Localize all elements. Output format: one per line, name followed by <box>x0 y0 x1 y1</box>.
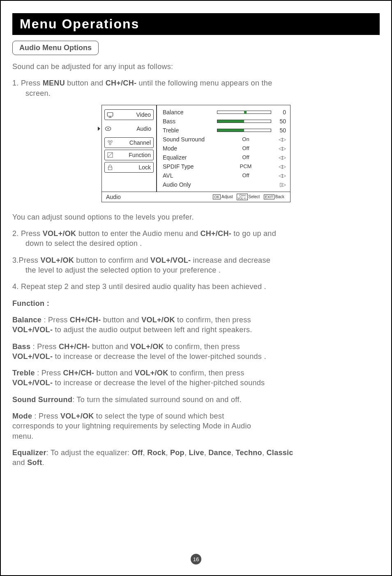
text-bold: VOL+/OK <box>40 256 74 264</box>
hint-ok: OK <box>213 194 221 199</box>
svg-point-4 <box>111 141 113 143</box>
osd-tab-video: Video <box>104 109 154 120</box>
text-bold: CH+/CH- <box>63 369 95 377</box>
osd-row-name: Equalizer <box>163 154 217 161</box>
function-heading: Function : <box>12 298 380 308</box>
func-bass: Bass : Press CH+/CH- button and VOL+/OK … <box>12 342 380 352</box>
step-3-line2: the level to adjust the selected option … <box>12 265 380 275</box>
hint-chvol: CH+/-VOL+/- <box>237 194 247 200</box>
osd-row-name: SPDIF Type <box>163 163 217 170</box>
text-bold: Soft <box>27 458 42 467</box>
text: button and <box>101 316 141 324</box>
osd-tab-function: Function <box>104 150 154 160</box>
text: 2. Press <box>12 229 43 238</box>
text: and <box>12 458 27 467</box>
osd-row-value: 0 <box>274 109 286 116</box>
osd-row-name: AVL <box>163 172 217 179</box>
text-bold: VOL+/OK <box>130 342 164 351</box>
text-bold: Balance <box>12 316 42 324</box>
left-right-arrow-icon: ◁▷ <box>274 155 286 160</box>
text: button to confirm and <box>74 256 150 264</box>
svg-point-2 <box>108 128 109 129</box>
text: , <box>262 449 267 457</box>
osd-tab-label: Audio <box>114 125 151 132</box>
text-bold: VOL+/VOL- <box>12 326 53 334</box>
text: button and <box>94 369 135 377</box>
text-bold: Mode <box>12 412 32 420</box>
osd-row: AVLOff◁▷ <box>163 171 286 180</box>
text: button to enter the Audio menu and <box>76 229 200 238</box>
osd-row-value: 50 <box>274 118 286 125</box>
text: to go up and <box>231 229 276 238</box>
text: : Press <box>35 369 63 377</box>
osd-menu: Video Audio Channel Function <box>101 105 291 202</box>
text-bold: VOL+/VOL- <box>12 352 53 361</box>
text-bold: VOL+/OK <box>135 369 168 377</box>
section-heading: Audio Menu Options <box>12 41 99 55</box>
text: : Press <box>42 316 70 324</box>
text: , <box>166 449 170 457</box>
eq-values: Off, Rock, Pop, Live, Dance, Techno, Cla… <box>132 449 293 457</box>
text-bold: MENU <box>43 79 65 87</box>
osd-row-name: Mode <box>163 145 217 152</box>
text: : To turn the simulated surround sound o… <box>72 396 242 404</box>
osd-footer-title: Audio <box>106 194 161 200</box>
text: CH+/- <box>238 194 247 197</box>
slider-fill <box>217 120 244 123</box>
text: : To adjust the equalizer: <box>46 449 132 457</box>
text: to increase or decrease the level of the… <box>53 379 265 387</box>
left-right-arrow-icon: ◁▷ <box>274 136 286 142</box>
osd-slider <box>217 111 271 114</box>
text: 3.Press <box>12 256 40 264</box>
osd-tab-label: Function <box>116 152 151 158</box>
osd-tab-list: Video Audio Channel Function <box>102 105 157 192</box>
text-bold: Off <box>132 449 143 457</box>
osd-row: Audio Only▯▷ <box>163 180 286 189</box>
text-bold: Sound Surround <box>12 396 72 404</box>
func-equalizer: Equalizer: To adjust the equalizer: Off,… <box>12 448 380 458</box>
text-bold: Equalizer <box>12 449 46 457</box>
osd-slider <box>217 129 271 132</box>
osd-footer: Audio OKAdjust CH+/-VOL+/-Select EXITBac… <box>102 192 290 202</box>
enter-arrow-icon: ▯▷ <box>274 182 286 187</box>
step-1: 1. Press MENU button and CH+/CH- until t… <box>12 78 380 88</box>
step-4: 4. Repeat step 2 and step 3 until desire… <box>12 282 380 291</box>
text-bold: VOL+/OK <box>43 229 76 238</box>
func-mode-line2: corresponds to your lightning requiremen… <box>12 421 380 431</box>
page-number: 16 <box>191 554 201 564</box>
text: : Press <box>30 342 59 351</box>
text: : Press <box>32 412 60 420</box>
osd-row-value: 50 <box>274 127 286 134</box>
text-bold: VOL+/OK <box>60 412 94 420</box>
osd-row-name: Balance <box>163 109 217 116</box>
text-bold: Treble <box>12 369 35 377</box>
left-right-arrow-icon: ◁▷ <box>274 173 286 178</box>
slider-thumb <box>244 111 247 114</box>
func-mode: Mode : Press VOL+/OK to select the type … <box>12 411 380 421</box>
audio-icon <box>104 125 112 132</box>
text: , <box>143 449 148 457</box>
osd-row: SPDIF TypePCM◁▷ <box>163 162 286 171</box>
text-bold: Pop <box>170 449 184 457</box>
text-bold: Live <box>189 449 204 457</box>
osd-row: ModeOff◁▷ <box>163 144 286 153</box>
osd-tab-lock: Lock <box>104 162 154 173</box>
osd-row-value: On <box>217 136 274 142</box>
osd-row-name: Treble <box>163 127 217 134</box>
osd-slider <box>217 120 271 123</box>
osd-tab-label: Video <box>116 111 151 118</box>
text-bold: Dance <box>208 449 231 457</box>
text-bold: VOL+/VOL- <box>150 256 191 264</box>
text: to adjust the audio output between left … <box>53 326 252 334</box>
text-bold: VOL+/VOL- <box>12 379 53 387</box>
func-mode-line3: menu. <box>12 431 380 441</box>
text: until the following menu appears on the <box>136 79 272 87</box>
hint-adjust: Adjust <box>221 194 233 199</box>
func-treble-line2: VOL+/VOL- to increase or decrease the le… <box>12 378 380 388</box>
osd-row: Treble50 <box>163 126 286 135</box>
step-2: 2. Press VOL+/OK button to enter the Aud… <box>12 229 380 238</box>
text: to select the type of sound which best <box>94 412 224 420</box>
hint-back: Back <box>275 194 284 199</box>
osd-row-name: Sound Surround <box>163 136 217 143</box>
osd-row: Sound SurroundOn◁▷ <box>163 135 286 144</box>
